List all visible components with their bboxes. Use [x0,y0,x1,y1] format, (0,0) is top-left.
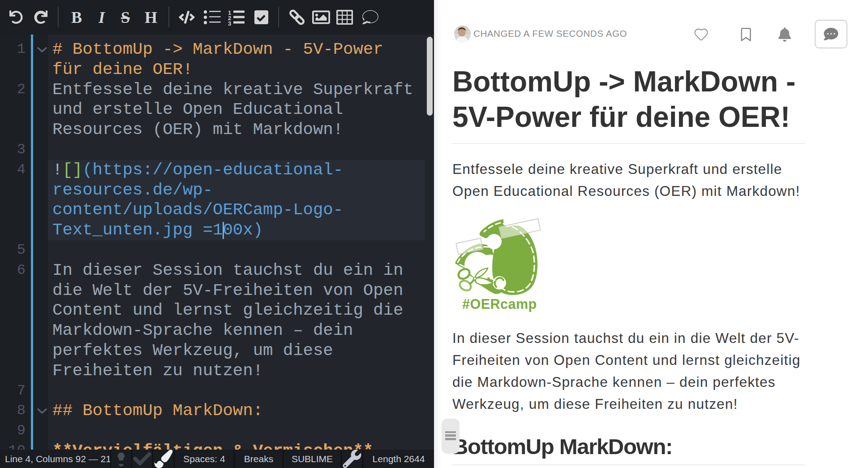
svg-text:3: 3 [228,20,231,27]
